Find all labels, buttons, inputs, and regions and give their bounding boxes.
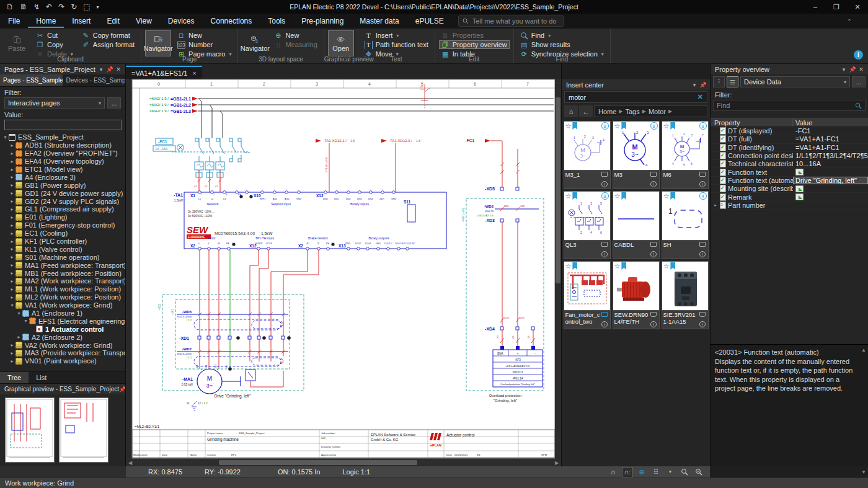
page-reference[interactable]: =ML2+B2.Y1/1 [135, 425, 160, 428]
tree-item[interactable]: ▸MA3 (Provide workpiece: Transport) [0, 349, 125, 357]
preview-open-button[interactable]: Open [328, 30, 354, 56]
tree-item[interactable]: ▸EFA4 (Overview topology) [0, 157, 125, 166]
info-icon[interactable]: i [601, 321, 608, 327]
tree-item[interactable]: ▸MA1 (Feed workpiece: Transport) [0, 261, 125, 269]
tree-twisty-icon[interactable]: ▾ [9, 303, 15, 308]
property-row[interactable]: DT (full)=VA1+A1-FC1 [711, 135, 868, 143]
tree-item[interactable]: ▸KF1 (PLC controller) [0, 237, 125, 246]
copy-button[interactable]: ❐Copy [33, 40, 76, 49]
preview-thumbnail-2[interactable] [59, 397, 108, 463]
assign-format-button[interactable]: ✐Assign format [79, 40, 137, 49]
favorite-star-icon[interactable]: ☆ [614, 123, 621, 129]
help-icon[interactable]: i [854, 50, 863, 60]
tree-item[interactable]: ▸EC1 (Cooling) [0, 229, 125, 237]
tree-twisty-icon[interactable]: ▸ [9, 350, 15, 356]
open-page-icon[interactable]: 🗎 [20, 2, 27, 11]
snap-icon[interactable]: ∩ [608, 468, 618, 477]
symbol-card[interactable]: ☆8135246QL3i [564, 191, 611, 259]
bookmark-icon[interactable] [670, 192, 675, 200]
copy-format-button[interactable]: ✎Copy format [79, 31, 137, 40]
tree-item[interactable]: ▸ETC1 (Model view) [0, 166, 125, 174]
close-button[interactable]: ✕ [847, 0, 868, 14]
property-row[interactable]: Connection point desi...1/L1¶2/T1¶3/L2¶4… [711, 152, 868, 160]
property-value[interactable] [793, 168, 868, 175]
property-value[interactable] [793, 185, 868, 192]
new-page-icon[interactable]: 🗋 [6, 2, 14, 11]
tree-item[interactable]: ▸F01 (Emergency-stop control) [0, 221, 125, 229]
property-row[interactable]: ▸Part number [711, 202, 868, 210]
properties-button[interactable]: 🗎Properties [439, 31, 510, 40]
property-value[interactable] [793, 193, 868, 200]
page-new-button[interactable]: 🗋New [175, 31, 234, 40]
insert-center-search[interactable]: motor ✕ [564, 91, 707, 103]
tree-item[interactable]: ▸ML2 (Work workpiece: Position) [0, 293, 125, 301]
zoom-window-icon[interactable] [680, 468, 689, 477]
tree-item[interactable]: ▾ESS_Sample_Project [0, 133, 125, 141]
menu-master-data[interactable]: Master data [352, 15, 407, 28]
property-more-button[interactable]: ... [852, 76, 866, 87]
drive-function-text[interactable]: Drive "Grinding, left" [215, 394, 251, 399]
tree-item[interactable]: ▸ADB1 (Structure description) [0, 141, 125, 149]
multiline-text-icon[interactable] [795, 169, 804, 175]
grid-icon[interactable]: ⠿ [651, 468, 661, 477]
property-row[interactable]: Function text [711, 168, 868, 176]
tab-close-icon[interactable]: × [192, 69, 196, 77]
tree-twisty-icon[interactable]: ▸ [9, 159, 15, 164]
property-overview-button[interactable]: 🗍Property overview [439, 40, 510, 49]
tree-twisty-icon[interactable]: ▸ [9, 206, 15, 212]
schematic-canvas[interactable]: 0 1 2 3 4 5 6 7 =MA2/ 1.9 /=GB1-2L1 =MA2… [126, 79, 561, 459]
snap-grid-icon[interactable]: ∩: [622, 468, 632, 477]
property-row[interactable]: Remark [711, 193, 868, 201]
back-icon[interactable]: ← [579, 105, 593, 117]
property-find-box[interactable]: Find [713, 100, 866, 111]
scroll-up-icon[interactable]: ▲ [861, 347, 866, 354]
tree-twisty-icon[interactable]: ▾ [16, 311, 22, 316]
favorite-star-icon[interactable]: ☆ [565, 263, 572, 269]
symbol-card[interactable]: ☆CABDLi [613, 191, 660, 259]
tree-item[interactable]: ▸ML1 (Work workpiece: Position) [0, 285, 125, 293]
tab-tree-view[interactable]: Tree [0, 372, 29, 383]
preview-thumbnail-1[interactable] [5, 397, 55, 463]
tree-twisty-icon[interactable]: ▸ [9, 231, 15, 236]
pin-icon[interactable]: 📌 [119, 386, 125, 393]
info-icon[interactable]: i [650, 321, 657, 327]
info-icon[interactable]: i [650, 181, 657, 187]
tree-twisty-icon[interactable]: ▸ [9, 295, 15, 300]
page-number-button[interactable]: 123Number [175, 40, 234, 49]
property-row[interactable]: DT (displayed)-FC1 [711, 127, 868, 135]
layout-navigator-button[interactable]: Navigator [242, 30, 268, 56]
tree-twisty-icon[interactable]: ▸ [9, 262, 15, 268]
bookmark-icon[interactable] [621, 192, 626, 200]
property-value[interactable]: Drive "Grinding, left" [793, 177, 868, 184]
redo-icon[interactable]: ↷ [58, 2, 64, 11]
info-icon[interactable]: i [601, 181, 608, 187]
breadcrumb-home[interactable]: Home [598, 108, 616, 115]
info-icon[interactable]: i [699, 321, 706, 327]
ribbon-collapse-icon[interactable]: ⌃ [847, 18, 852, 25]
scroll-left-icon[interactable]: ◀ [126, 460, 135, 466]
info-icon[interactable]: i [601, 251, 608, 257]
tree-twisty-icon[interactable]: ▸ [9, 167, 15, 172]
cut-button[interactable]: ✂Cut [33, 31, 76, 40]
tab-pages[interactable]: Pages - ESS_Sample_Pro... [0, 74, 63, 86]
qat-overflow-icon[interactable]: ▾ [97, 4, 99, 10]
breadcrumb-motor[interactable]: Motor [649, 108, 666, 115]
property-row[interactable]: Technical characteristics10...16A [711, 160, 868, 168]
pin-icon[interactable]: 📌 [699, 82, 707, 88]
canvas-vertical-scrollbar[interactable] [555, 79, 561, 459]
info-icon[interactable]: i [650, 251, 657, 257]
panel-menu-icon[interactable]: ▾ [839, 66, 848, 73]
property-value[interactable] [793, 202, 868, 209]
favorite-star-icon[interactable]: ☆ [663, 193, 670, 199]
tree-item[interactable]: ▸VN01 (Paint workpiece) [0, 357, 125, 365]
tree-item[interactable]: ▾A1 (Enclosure 1) [0, 309, 125, 317]
tree-item[interactable]: ▸E01 (Lighting) [0, 213, 125, 221]
tree-item[interactable]: 1 Actuator control [0, 325, 125, 333]
menu-view[interactable]: View [128, 15, 160, 28]
scroll-thumb[interactable] [219, 460, 417, 465]
scroll-right-icon[interactable]: ▶ [552, 460, 561, 466]
tree-twisty-icon[interactable]: ▸ [9, 215, 15, 220]
multiline-text-icon[interactable] [795, 193, 804, 200]
paste-button[interactable]: Paste [4, 30, 30, 56]
tree-item[interactable]: ▸GD2 (24 V supply PLC signals) [0, 197, 125, 205]
